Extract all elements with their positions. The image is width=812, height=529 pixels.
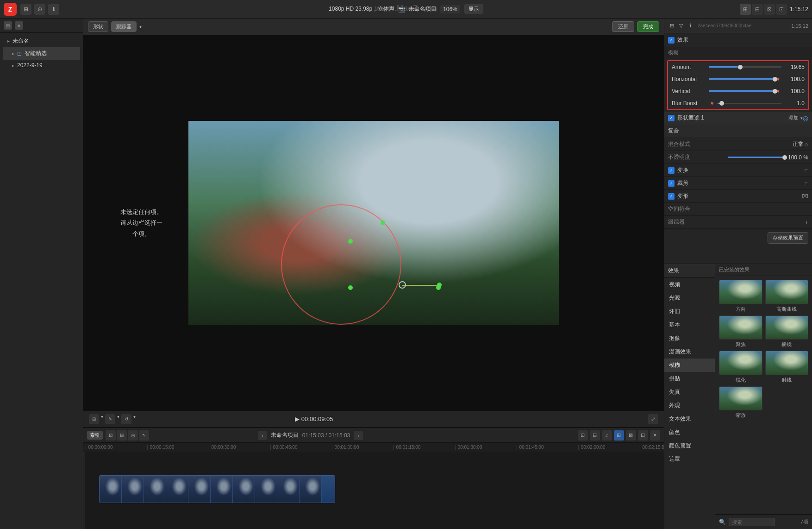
sidebar-item-smart[interactable]: ▸ ⊡ 智能精选 — [3, 47, 80, 60]
effects-cat-keying[interactable]: 抠像 — [664, 332, 715, 345]
timeline-right-btn-2[interactable]: ⊟ — [590, 430, 600, 441]
sidebar-item-label: 未命名 — [12, 37, 29, 45]
opacity-slider[interactable] — [728, 157, 784, 158]
param-slider-area-horizontal[interactable] — [709, 78, 775, 80]
frame-3 — [144, 476, 166, 503]
shape-mask-checkbox[interactable]: ✓ — [668, 115, 675, 121]
effects-cat-look[interactable]: 外观 — [664, 399, 715, 412]
timeline-btn-1[interactable]: ⊡ — [106, 430, 116, 441]
save-effects-button[interactable]: 存储效果预置 — [768, 232, 808, 244]
timeline-prev-btn[interactable]: ‹ — [258, 431, 267, 440]
transform-checkbox[interactable]: ✓ — [668, 167, 675, 174]
edit-control-btn[interactable]: ✎ — [105, 414, 115, 424]
param-slider-area-amount[interactable] — [709, 66, 781, 68]
timeline-clip[interactable]: 2ae4eec67f094f6300b4aed77556317c — [99, 475, 335, 503]
param-label-horizontal: Horizontal — [672, 76, 709, 82]
timeline-close-btn[interactable]: ✕ — [650, 430, 660, 441]
param-slider-area-vertical[interactable] — [709, 90, 775, 92]
panel-icon-3[interactable]: ⊠ — [764, 4, 775, 15]
effect-prism[interactable]: 棱镜 — [765, 315, 809, 348]
chevron-down-icon[interactable]: ▾ — [101, 414, 103, 424]
rotate-chevron-icon[interactable]: ▾ — [133, 414, 136, 424]
blend-mode-label: 混合模式 — [668, 140, 793, 148]
grid-icon[interactable]: ⊞ — [20, 4, 31, 15]
effects-cat-text[interactable]: 文本效果 — [664, 412, 715, 426]
timeline-right-btn-6[interactable]: ⊡ — [638, 430, 648, 441]
effects-cat-tile[interactable]: 拼贴 — [664, 372, 715, 385]
restore-button[interactable]: 还原 — [612, 21, 634, 32]
sidebar-item-unnamed[interactable]: ▸ 未命名 — [3, 35, 80, 47]
effects-cat-basic[interactable]: 基本 — [664, 318, 715, 332]
blend-mode-stepper[interactable]: ◇ — [805, 142, 808, 147]
transform-control-btn[interactable]: ⊞ — [89, 414, 99, 424]
crop-icon: □ — [805, 180, 808, 187]
effect-focus-label: 聚焦 — [719, 341, 762, 348]
effects-cat-video[interactable]: 视频 — [664, 278, 715, 291]
param-slider-blurboost[interactable] — [718, 103, 781, 104]
param-value-blurboost: 1.0 — [781, 100, 805, 107]
effects-cat-color-preset[interactable]: 颜色预置 — [664, 439, 715, 453]
sidebar-item-date[interactable]: ▸ 2022-9-19 — [3, 60, 80, 71]
index-tab[interactable]: 索引 — [87, 431, 103, 440]
param-slider-vertical[interactable] — [709, 90, 775, 92]
effect-gaussian[interactable]: 高斯曲线 — [765, 280, 809, 313]
panel-icon-1[interactable]: ⊞ — [740, 4, 751, 15]
shape-mask-row: ✓ 形状遮罩 1 添加 ▾ ◎ — [664, 112, 812, 124]
effects-cat-mask[interactable]: 遮罩 — [664, 453, 715, 466]
zoom-level[interactable]: 106% — [440, 5, 460, 13]
sidebar-grid-icon[interactable]: ⊞ — [4, 21, 12, 30]
import-icon[interactable]: ⬇ — [48, 4, 59, 15]
shape-button[interactable]: 形状 — [88, 21, 108, 32]
timeline-right-btn-4[interactable]: ⊞ — [614, 430, 624, 441]
sidebar-section: ▸ 未命名 ▸ ⊡ 智能精选 ▸ 2022-9-19 — [0, 33, 83, 73]
effects-cat-blur[interactable]: 模糊 — [664, 359, 715, 372]
panel-header-filter-icon[interactable]: ▽ — [677, 22, 685, 30]
param-slider-area-blurboost[interactable] — [718, 103, 781, 104]
timeline-tracks[interactable]: 2ae4eec67f094f6300b4aed77556317c — [85, 452, 664, 529]
timeline-center-info: ‹ 未命名项目 01:15:03 / 01:15:03 › — [258, 431, 363, 440]
share-icon[interactable]: ⊙ — [34, 4, 45, 15]
preview-controls-left: ⊞ ▾ ✎ ▾ ↺ ▾ — [89, 414, 136, 424]
frame-4 — [166, 476, 188, 503]
effect-focus[interactable]: 聚焦 — [719, 315, 762, 348]
panel-icon-2[interactable]: ⊟ — [752, 4, 763, 15]
timeline-toolbar: 索引 ⊡ ⊟ ◎ ↖ ‹ 未命名项目 01:15:03 / 01:15:03 ›… — [83, 428, 664, 443]
effects-cat-light[interactable]: 光源 — [664, 291, 715, 305]
effect-zoom[interactable]: 缩放 — [719, 386, 762, 419]
effect-gaussian-img — [765, 280, 809, 304]
distort-checkbox[interactable]: ✓ — [668, 193, 675, 200]
effects-cat-color[interactable]: 颜色 — [664, 426, 715, 439]
param-slider-horizontal[interactable] — [709, 78, 775, 80]
crop-checkbox[interactable]: ✓ — [668, 180, 675, 187]
rotate-control-btn[interactable]: ↺ — [121, 414, 131, 424]
tracker-plus-icon[interactable]: + — [805, 219, 808, 226]
effects-cat-distort[interactable]: 失真 — [664, 385, 715, 399]
panel-header-grid-icon[interactable]: ⊞ — [668, 22, 675, 30]
timeline-btn-2[interactable]: ⊟ — [117, 430, 127, 441]
effects-cat-comic[interactable]: 漫画效果 — [664, 345, 715, 359]
effect-rays[interactable]: 射线 — [765, 351, 809, 384]
panel-icon-4[interactable]: ⊡ — [776, 4, 787, 15]
expand-button[interactable]: ⤢ — [648, 414, 658, 424]
timeline-right-btn-5[interactable]: ⊠ — [626, 430, 636, 441]
effects-cat-retro[interactable]: 怀旧 — [664, 305, 715, 318]
edit-chevron-icon[interactable]: ▾ — [117, 414, 119, 424]
effect-sharpen[interactable]: 锐化 — [719, 351, 762, 384]
display-button[interactable]: 显示 — [464, 4, 483, 14]
timeline-next-btn[interactable]: › — [354, 431, 363, 440]
param-slider-amount[interactable] — [709, 66, 781, 68]
effect-direction[interactable]: 方向 — [719, 280, 762, 313]
timeline-right-btn-1[interactable]: ⊡ — [578, 430, 588, 441]
shape-mask-circle-icon: ◎ — [803, 114, 808, 122]
effect-checkbox[interactable]: ✓ — [668, 37, 675, 44]
timeline-btn-4[interactable]: ↖ — [139, 430, 149, 441]
tracker-button[interactable]: 跟踪器 — [111, 21, 137, 32]
timeline-right-btn-3[interactable]: ♫ — [602, 430, 612, 441]
effects-search-input[interactable] — [729, 518, 775, 526]
timeline-btn-3[interactable]: ◎ — [128, 430, 138, 441]
shape-mask-add-button[interactable]: 添加 — [788, 114, 799, 121]
done-button[interactable]: 完成 — [637, 21, 659, 32]
effects-bottom: 🔍 7项 — [715, 514, 812, 529]
sidebar-list-icon[interactable]: ≡ — [15, 21, 23, 30]
panel-header-info-icon[interactable]: ℹ — [687, 22, 694, 30]
